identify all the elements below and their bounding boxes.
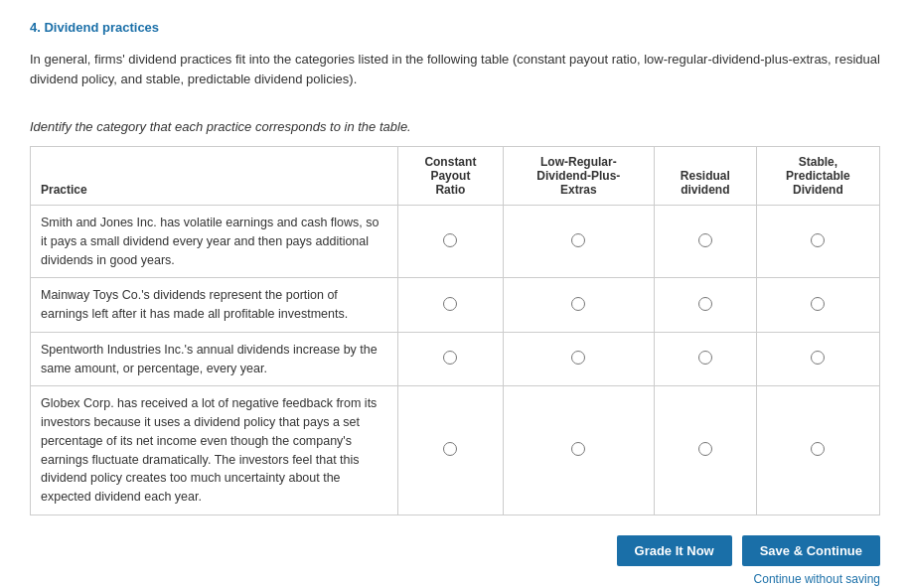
section-number: 4. xyxy=(30,20,41,35)
radio-cell-4-4[interactable] xyxy=(756,386,879,515)
radio-row4-col4[interactable] xyxy=(811,442,825,456)
radio-cell-1-3[interactable] xyxy=(654,206,756,278)
practice-text-3: Spentworth Industries Inc.'s annual divi… xyxy=(31,332,398,386)
radio-row3-col3[interactable] xyxy=(698,351,712,365)
radio-cell-1-2[interactable] xyxy=(503,206,654,278)
footer-buttons: Grade It Now Save & Continue Continue wi… xyxy=(30,535,880,586)
section-header: 4. Dividend practices xyxy=(30,20,880,35)
radio-row3-col2[interactable] xyxy=(571,351,585,365)
radio-row2-col3[interactable] xyxy=(698,297,712,311)
practice-text-2: Mainway Toys Co.'s dividends represent t… xyxy=(31,278,398,333)
section-title: Dividend practices xyxy=(44,20,159,35)
table-row: Smith and Jones Inc. has volatile earnin… xyxy=(31,206,880,278)
radio-row1-col1[interactable] xyxy=(443,233,457,247)
header-col4: Stable, Predictable Dividend xyxy=(756,147,879,206)
radio-cell-3-4[interactable] xyxy=(756,332,879,386)
radio-row2-col2[interactable] xyxy=(571,297,585,311)
radio-cell-2-1[interactable] xyxy=(398,278,504,333)
radio-cell-2-3[interactable] xyxy=(654,278,756,333)
radio-row2-col4[interactable] xyxy=(811,297,825,311)
header-col1: Constant Payout Ratio xyxy=(398,147,504,206)
save-continue-button[interactable]: Save & Continue xyxy=(742,535,880,566)
grade-button[interactable]: Grade It Now xyxy=(617,535,732,566)
header-col2: Low-Regular- Dividend-Plus- Extras xyxy=(503,147,654,206)
radio-row4-col3[interactable] xyxy=(698,442,712,456)
radio-cell-3-1[interactable] xyxy=(398,332,504,386)
radio-row3-col4[interactable] xyxy=(811,351,825,365)
intro-text: In general, firms' dividend practices fi… xyxy=(30,50,880,88)
continue-without-saving-link[interactable]: Continue without saving xyxy=(754,572,880,586)
radio-row3-col1[interactable] xyxy=(443,351,457,365)
radio-cell-3-2[interactable] xyxy=(503,332,654,386)
practice-text-4: Globex Corp. has received a lot of negat… xyxy=(31,386,398,515)
radio-row4-col2[interactable] xyxy=(571,442,585,456)
dividend-table: Practice Constant Payout Ratio Low-Regul… xyxy=(30,146,880,515)
instruction-text: Identify the category that each practice… xyxy=(30,119,880,134)
radio-row1-col4[interactable] xyxy=(811,233,825,247)
radio-cell-1-1[interactable] xyxy=(398,206,504,278)
radio-cell-2-4[interactable] xyxy=(756,278,879,333)
radio-cell-4-2[interactable] xyxy=(503,386,654,515)
radio-cell-3-3[interactable] xyxy=(654,332,756,386)
table-row: Mainway Toys Co.'s dividends represent t… xyxy=(31,278,880,333)
radio-cell-2-2[interactable] xyxy=(503,278,654,333)
practice-text-1: Smith and Jones Inc. has volatile earnin… xyxy=(31,206,398,278)
header-practice: Practice xyxy=(31,147,398,206)
radio-row1-col2[interactable] xyxy=(571,233,585,247)
button-row: Grade It Now Save & Continue xyxy=(617,535,880,566)
radio-row4-col1[interactable] xyxy=(443,442,457,456)
table-row: Spentworth Industries Inc.'s annual divi… xyxy=(31,332,880,386)
radio-cell-1-4[interactable] xyxy=(756,206,879,278)
table-row: Globex Corp. has received a lot of negat… xyxy=(31,386,880,515)
radio-row2-col1[interactable] xyxy=(443,297,457,311)
radio-cell-4-1[interactable] xyxy=(398,386,504,515)
radio-row1-col3[interactable] xyxy=(698,233,712,247)
radio-cell-4-3[interactable] xyxy=(654,386,756,515)
header-col3: Residual dividend xyxy=(654,147,756,206)
